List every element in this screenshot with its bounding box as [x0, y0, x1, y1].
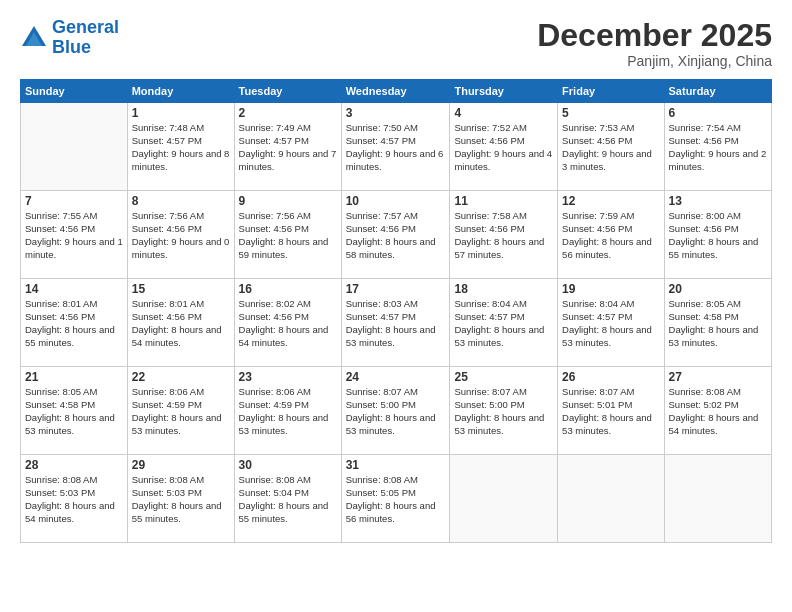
title-block: December 2025 Panjim, Xinjiang, China [537, 18, 772, 69]
day-info: Sunrise: 8:00 AMSunset: 4:56 PMDaylight:… [669, 210, 767, 261]
day-number: 9 [239, 194, 337, 208]
day-number: 10 [346, 194, 446, 208]
day-number: 2 [239, 106, 337, 120]
day-number: 7 [25, 194, 123, 208]
calendar-header-row: Sunday Monday Tuesday Wednesday Thursday… [21, 80, 772, 103]
day-info: Sunrise: 7:53 AMSunset: 4:56 PMDaylight:… [562, 122, 659, 173]
day-number: 18 [454, 282, 553, 296]
calendar-cell: 8Sunrise: 7:56 AMSunset: 4:56 PMDaylight… [127, 191, 234, 279]
col-tuesday: Tuesday [234, 80, 341, 103]
day-info: Sunrise: 8:06 AMSunset: 4:59 PMDaylight:… [239, 386, 337, 437]
day-info: Sunrise: 8:02 AMSunset: 4:56 PMDaylight:… [239, 298, 337, 349]
calendar-week-3: 14Sunrise: 8:01 AMSunset: 4:56 PMDayligh… [21, 279, 772, 367]
day-number: 26 [562, 370, 659, 384]
subtitle: Panjim, Xinjiang, China [537, 53, 772, 69]
day-number: 19 [562, 282, 659, 296]
logo-line2: Blue [52, 38, 119, 58]
col-sunday: Sunday [21, 80, 128, 103]
calendar-week-1: 1Sunrise: 7:48 AMSunset: 4:57 PMDaylight… [21, 103, 772, 191]
day-info: Sunrise: 8:01 AMSunset: 4:56 PMDaylight:… [132, 298, 230, 349]
day-info: Sunrise: 8:08 AMSunset: 5:05 PMDaylight:… [346, 474, 446, 525]
day-number: 13 [669, 194, 767, 208]
col-wednesday: Wednesday [341, 80, 450, 103]
month-title: December 2025 [537, 18, 772, 53]
calendar-week-4: 21Sunrise: 8:05 AMSunset: 4:58 PMDayligh… [21, 367, 772, 455]
day-info: Sunrise: 7:55 AMSunset: 4:56 PMDaylight:… [25, 210, 123, 261]
calendar-cell: 27Sunrise: 8:08 AMSunset: 5:02 PMDayligh… [664, 367, 771, 455]
day-info: Sunrise: 7:52 AMSunset: 4:56 PMDaylight:… [454, 122, 553, 173]
day-info: Sunrise: 7:49 AMSunset: 4:57 PMDaylight:… [239, 122, 337, 173]
logo: General Blue [20, 18, 119, 58]
day-number: 25 [454, 370, 553, 384]
day-info: Sunrise: 7:54 AMSunset: 4:56 PMDaylight:… [669, 122, 767, 173]
calendar-cell: 9Sunrise: 7:56 AMSunset: 4:56 PMDaylight… [234, 191, 341, 279]
calendar-cell [21, 103, 128, 191]
day-number: 8 [132, 194, 230, 208]
header: General Blue December 2025 Panjim, Xinji… [20, 18, 772, 69]
day-number: 3 [346, 106, 446, 120]
calendar-cell: 7Sunrise: 7:55 AMSunset: 4:56 PMDaylight… [21, 191, 128, 279]
day-info: Sunrise: 8:01 AMSunset: 4:56 PMDaylight:… [25, 298, 123, 349]
calendar-cell: 26Sunrise: 8:07 AMSunset: 5:01 PMDayligh… [558, 367, 664, 455]
day-info: Sunrise: 8:04 AMSunset: 4:57 PMDaylight:… [562, 298, 659, 349]
day-number: 27 [669, 370, 767, 384]
day-info: Sunrise: 8:08 AMSunset: 5:03 PMDaylight:… [132, 474, 230, 525]
calendar-cell: 20Sunrise: 8:05 AMSunset: 4:58 PMDayligh… [664, 279, 771, 367]
calendar-cell [558, 455, 664, 543]
day-info: Sunrise: 8:08 AMSunset: 5:04 PMDaylight:… [239, 474, 337, 525]
day-number: 14 [25, 282, 123, 296]
day-info: Sunrise: 8:07 AMSunset: 5:00 PMDaylight:… [346, 386, 446, 437]
day-info: Sunrise: 8:07 AMSunset: 5:00 PMDaylight:… [454, 386, 553, 437]
calendar-cell: 2Sunrise: 7:49 AMSunset: 4:57 PMDaylight… [234, 103, 341, 191]
calendar-cell: 30Sunrise: 8:08 AMSunset: 5:04 PMDayligh… [234, 455, 341, 543]
calendar-cell: 10Sunrise: 7:57 AMSunset: 4:56 PMDayligh… [341, 191, 450, 279]
calendar-cell: 5Sunrise: 7:53 AMSunset: 4:56 PMDaylight… [558, 103, 664, 191]
calendar-cell: 23Sunrise: 8:06 AMSunset: 4:59 PMDayligh… [234, 367, 341, 455]
day-info: Sunrise: 8:04 AMSunset: 4:57 PMDaylight:… [454, 298, 553, 349]
day-number: 16 [239, 282, 337, 296]
page: General Blue December 2025 Panjim, Xinji… [0, 0, 792, 612]
day-number: 6 [669, 106, 767, 120]
day-info: Sunrise: 8:08 AMSunset: 5:03 PMDaylight:… [25, 474, 123, 525]
calendar-cell: 11Sunrise: 7:58 AMSunset: 4:56 PMDayligh… [450, 191, 558, 279]
calendar-cell: 22Sunrise: 8:06 AMSunset: 4:59 PMDayligh… [127, 367, 234, 455]
col-thursday: Thursday [450, 80, 558, 103]
col-monday: Monday [127, 80, 234, 103]
day-number: 28 [25, 458, 123, 472]
calendar-cell [664, 455, 771, 543]
calendar-cell: 1Sunrise: 7:48 AMSunset: 4:57 PMDaylight… [127, 103, 234, 191]
day-info: Sunrise: 8:03 AMSunset: 4:57 PMDaylight:… [346, 298, 446, 349]
calendar-cell: 14Sunrise: 8:01 AMSunset: 4:56 PMDayligh… [21, 279, 128, 367]
day-number: 23 [239, 370, 337, 384]
day-number: 17 [346, 282, 446, 296]
calendar-cell: 6Sunrise: 7:54 AMSunset: 4:56 PMDaylight… [664, 103, 771, 191]
day-number: 21 [25, 370, 123, 384]
day-number: 11 [454, 194, 553, 208]
day-number: 29 [132, 458, 230, 472]
day-info: Sunrise: 8:05 AMSunset: 4:58 PMDaylight:… [25, 386, 123, 437]
calendar-cell: 15Sunrise: 8:01 AMSunset: 4:56 PMDayligh… [127, 279, 234, 367]
calendar-cell: 24Sunrise: 8:07 AMSunset: 5:00 PMDayligh… [341, 367, 450, 455]
calendar-week-2: 7Sunrise: 7:55 AMSunset: 4:56 PMDaylight… [21, 191, 772, 279]
day-number: 5 [562, 106, 659, 120]
day-info: Sunrise: 7:59 AMSunset: 4:56 PMDaylight:… [562, 210, 659, 261]
day-number: 20 [669, 282, 767, 296]
day-info: Sunrise: 8:07 AMSunset: 5:01 PMDaylight:… [562, 386, 659, 437]
day-info: Sunrise: 8:06 AMSunset: 4:59 PMDaylight:… [132, 386, 230, 437]
day-info: Sunrise: 7:50 AMSunset: 4:57 PMDaylight:… [346, 122, 446, 173]
day-info: Sunrise: 8:05 AMSunset: 4:58 PMDaylight:… [669, 298, 767, 349]
day-info: Sunrise: 8:08 AMSunset: 5:02 PMDaylight:… [669, 386, 767, 437]
day-info: Sunrise: 7:56 AMSunset: 4:56 PMDaylight:… [132, 210, 230, 261]
logo-icon [20, 24, 48, 52]
calendar-cell: 18Sunrise: 8:04 AMSunset: 4:57 PMDayligh… [450, 279, 558, 367]
day-number: 24 [346, 370, 446, 384]
col-saturday: Saturday [664, 80, 771, 103]
day-number: 12 [562, 194, 659, 208]
day-info: Sunrise: 7:56 AMSunset: 4:56 PMDaylight:… [239, 210, 337, 261]
calendar-cell: 3Sunrise: 7:50 AMSunset: 4:57 PMDaylight… [341, 103, 450, 191]
calendar-cell: 21Sunrise: 8:05 AMSunset: 4:58 PMDayligh… [21, 367, 128, 455]
calendar-cell: 19Sunrise: 8:04 AMSunset: 4:57 PMDayligh… [558, 279, 664, 367]
day-number: 15 [132, 282, 230, 296]
calendar-cell: 31Sunrise: 8:08 AMSunset: 5:05 PMDayligh… [341, 455, 450, 543]
calendar-cell: 29Sunrise: 8:08 AMSunset: 5:03 PMDayligh… [127, 455, 234, 543]
